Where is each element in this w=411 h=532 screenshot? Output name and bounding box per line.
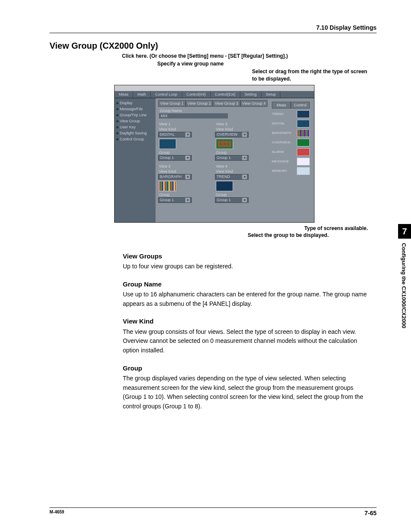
palette-thumb <box>297 129 310 137</box>
page-footer: M-4659 7-65 <box>50 507 377 516</box>
palette-item-trend[interactable]: TREND <box>272 110 310 118</box>
main-panel: View Group 1 View Group 2 View Group 3 V… <box>156 98 314 222</box>
sidebar-item-message-file[interactable]: Message/File <box>116 106 154 112</box>
app-screenshot: Meas Math Control Loop Control(Int) Cont… <box>114 85 314 223</box>
palette-item-memory[interactable]: MEMORY <box>272 167 310 175</box>
view1-title: View 1 <box>159 122 211 126</box>
view2-title: View 2 <box>159 164 211 168</box>
palette-thumb <box>297 120 310 128</box>
tab-control-int[interactable]: Control(Int) <box>182 91 211 98</box>
para-group-name: Use up to 16 alphanumeric characters can… <box>123 290 373 308</box>
view1-group-select[interactable]: Group 1 ▾ <box>158 155 192 161</box>
view1-kind-select[interactable]: DIGITAL ▾ <box>158 132 192 137</box>
tab-view-group-3[interactable]: View Group 3 <box>213 100 240 107</box>
heading-group: Group <box>123 363 373 373</box>
tab-math[interactable]: Math <box>133 91 151 98</box>
sidebar-item-daylight-saving[interactable]: Daylight Saving <box>116 130 154 136</box>
palette-thumb <box>297 158 310 165</box>
palette-item-alarm[interactable]: ALARM <box>272 148 310 156</box>
callout-types-available: Type of screens available. <box>50 225 377 231</box>
tab-meas[interactable]: Meas <box>115 91 133 98</box>
heading-view-groups: View Groups <box>123 251 373 261</box>
tab-view-group-4[interactable]: View Group 4 <box>240 100 268 107</box>
view4-group-value: Group 1 <box>217 198 231 202</box>
sidebar: Display Message/File Group/Trip Line Vie… <box>115 98 156 222</box>
palette-thumb <box>297 139 310 146</box>
chapter-title: Configuring the CX1000/CX2000 <box>398 243 407 328</box>
view2-kind-select[interactable]: BARGRAPH ▾ <box>158 174 192 180</box>
view-cell-3: View 3 View Kind OVERVIEW ▾ Group Group … <box>215 121 268 161</box>
view3-kind-select[interactable]: OVERVIEW ▾ <box>215 132 249 137</box>
screen-type-palette: Meas Control TREND DIGITAL BARGRAPH OVER… <box>270 100 311 218</box>
view4-kind-value: TREND <box>217 174 230 179</box>
view3-group-select[interactable]: Group 1 ▾ <box>215 155 249 161</box>
palette-tab-control[interactable]: Control <box>291 102 310 109</box>
callout-select-drag: Select or drag from the right the type o… <box>252 68 368 82</box>
palette-item-bargraph[interactable]: BARGRAPH <box>272 129 310 137</box>
tab-control-loop[interactable]: Control Loop <box>151 91 182 98</box>
view2-group-select[interactable]: Group 1 ▾ <box>158 197 192 203</box>
palette-label: BARGRAPH <box>272 131 291 135</box>
window-toolbar <box>115 85 314 91</box>
callout-block: Click here. (Or choose the [Setting] men… <box>50 53 377 82</box>
callout-specify-name: Specify a view group name <box>157 60 377 67</box>
sidebar-item-control-group[interactable]: Control Group <box>116 136 154 142</box>
dropdown-icon: ▾ <box>185 156 190 160</box>
para-group: The group displayed varies depending on … <box>123 374 373 411</box>
view1-kind-label: View Kind <box>159 127 211 131</box>
sidebar-item-group-trip[interactable]: Group/Trip Line <box>116 112 154 118</box>
tab-view-group-2[interactable]: View Group 2 <box>186 100 213 107</box>
palette-tab-meas[interactable]: Meas <box>272 102 291 109</box>
sidebar-item-user-key[interactable]: User Key <box>116 124 154 130</box>
view4-kind-label: View Kind <box>216 169 268 174</box>
palette-label: MEMORY <box>272 169 287 173</box>
palette-thumb <box>297 110 310 118</box>
callout-select-group: Select the group to be displayed. <box>248 232 377 238</box>
view1-group-label: Group <box>159 150 211 155</box>
chapter-tab: 7 Configuring the CX1000/CX2000 <box>398 224 411 328</box>
sidebar-item-view-group[interactable]: View Group <box>116 118 154 124</box>
palette-label: TREND <box>272 112 284 116</box>
view3-group-value: Group 1 <box>217 156 231 160</box>
page-header: 7.10 Display Settings <box>50 24 377 33</box>
view1-kind-value: DIGITAL <box>160 132 174 137</box>
palette-thumb <box>297 167 310 175</box>
view2-thumb <box>159 181 176 191</box>
view1-group-value: Group 1 <box>160 156 174 160</box>
group-name-input[interactable]: MIX <box>159 113 228 118</box>
group-name-label: Group Name <box>160 109 268 113</box>
sidebar-item-display[interactable]: Display <box>116 100 154 106</box>
view3-group-label: Group <box>216 150 268 155</box>
heading-view-kind: View Kind <box>123 316 373 326</box>
para-view-kind: The view group consists of four views. S… <box>123 327 373 355</box>
palette-item-digital[interactable]: DIGITAL <box>272 120 310 128</box>
view2-kind-value: BARGRAPH <box>160 174 182 179</box>
dropdown-icon: ▾ <box>242 156 247 160</box>
view4-title: View 4 <box>216 164 268 168</box>
view-cell-4: View 4 View Kind TREND ▾ Group Group 1 ▾ <box>215 163 268 203</box>
tab-setup[interactable]: Setup <box>262 91 281 98</box>
callout-click-here: Click here. (Or choose the [Setting] men… <box>122 53 377 59</box>
palette-label: DIGITAL <box>272 121 285 125</box>
tab-view-group-1[interactable]: View Group 1 <box>158 100 186 107</box>
palette-label: ALARM <box>272 150 284 154</box>
view4-group-select[interactable]: Group 1 ▾ <box>215 197 249 203</box>
view2-group-label: Group <box>159 193 211 197</box>
tab-control-ext[interactable]: Control(Ext) <box>211 91 240 98</box>
footer-doc-id: M-4659 <box>50 510 64 516</box>
chapter-number: 7 <box>398 224 411 239</box>
palette-item-overview[interactable]: OVERVIEW <box>272 139 310 146</box>
palette-item-message[interactable]: MESSAGE <box>272 158 310 165</box>
dropdown-icon: ▾ <box>185 132 190 137</box>
view4-kind-select[interactable]: TREND ▾ <box>215 174 249 180</box>
view2-group-value: Group 1 <box>160 198 174 202</box>
palette-label: OVERVIEW <box>272 140 290 144</box>
para-view-groups: Up to four view groups can be registered… <box>123 262 373 271</box>
view-cell-1: View 1 View Kind DIGITAL ▾ Group Group 1… <box>158 121 211 161</box>
view3-kind-value: OVERVIEW <box>217 132 237 137</box>
view4-group-label: Group <box>216 193 268 197</box>
view3-title: View 3 <box>216 122 268 126</box>
dropdown-icon: ▾ <box>242 198 247 202</box>
top-tab-row: Meas Math Control Loop Control(Int) Cont… <box>115 91 314 98</box>
tab-setting[interactable]: Setting <box>240 91 262 98</box>
